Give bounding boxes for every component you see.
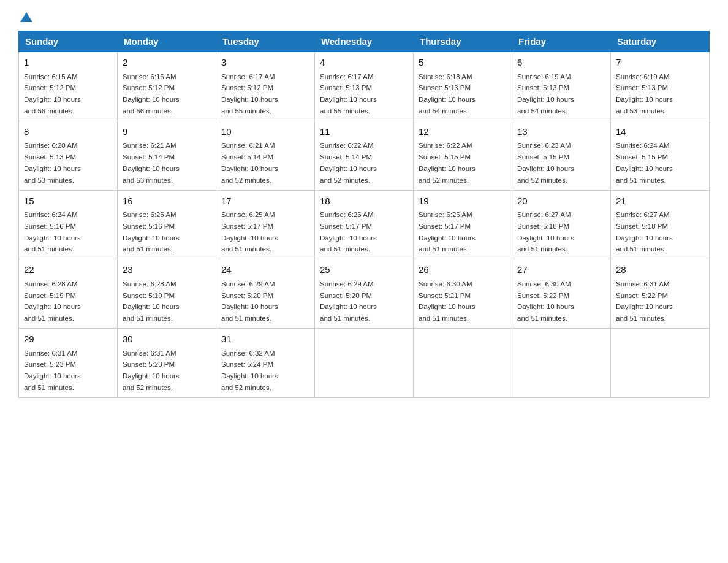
calendar-cell: 12 Sunrise: 6:22 AMSunset: 5:15 PMDaylig… bbox=[414, 121, 512, 190]
day-number: 12 bbox=[419, 125, 507, 139]
day-number: 4 bbox=[320, 56, 408, 70]
weekday-header-tuesday: Tuesday bbox=[216, 31, 315, 52]
calendar-cell bbox=[414, 329, 512, 398]
calendar-cell: 2 Sunrise: 6:16 AMSunset: 5:12 PMDayligh… bbox=[118, 52, 216, 121]
day-info: Sunrise: 6:23 AMSunset: 5:15 PMDaylight:… bbox=[517, 142, 574, 183]
day-number: 27 bbox=[517, 263, 605, 277]
day-info: Sunrise: 6:16 AMSunset: 5:12 PMDaylight:… bbox=[123, 73, 180, 115]
calendar-cell bbox=[611, 329, 710, 398]
day-info: Sunrise: 6:22 AMSunset: 5:14 PMDaylight:… bbox=[320, 142, 377, 183]
calendar-cell: 1 Sunrise: 6:15 AMSunset: 5:12 PMDayligh… bbox=[19, 52, 118, 121]
day-info: Sunrise: 6:18 AMSunset: 5:13 PMDaylight:… bbox=[419, 73, 476, 115]
calendar-cell bbox=[512, 329, 611, 398]
day-number: 5 bbox=[419, 56, 507, 70]
calendar-cell: 21 Sunrise: 6:27 AMSunset: 5:18 PMDaylig… bbox=[611, 190, 710, 259]
svg-marker-0 bbox=[20, 12, 32, 22]
calendar-cell: 15 Sunrise: 6:24 AMSunset: 5:16 PMDaylig… bbox=[19, 190, 118, 259]
day-number: 9 bbox=[123, 125, 211, 139]
day-number: 24 bbox=[221, 263, 309, 277]
day-number: 1 bbox=[24, 56, 112, 70]
calendar-week-row: 1 Sunrise: 6:15 AMSunset: 5:12 PMDayligh… bbox=[19, 52, 710, 121]
calendar-cell: 30 Sunrise: 6:31 AMSunset: 5:23 PMDaylig… bbox=[118, 329, 216, 398]
calendar-week-row: 29 Sunrise: 6:31 AMSunset: 5:23 PMDaylig… bbox=[19, 329, 710, 398]
day-info: Sunrise: 6:31 AMSunset: 5:22 PMDaylight:… bbox=[616, 280, 673, 322]
day-info: Sunrise: 6:28 AMSunset: 5:19 PMDaylight:… bbox=[24, 280, 81, 322]
calendar-cell: 20 Sunrise: 6:27 AMSunset: 5:18 PMDaylig… bbox=[512, 190, 611, 259]
weekday-header-friday: Friday bbox=[512, 31, 611, 52]
day-info: Sunrise: 6:17 AMSunset: 5:13 PMDaylight:… bbox=[320, 73, 377, 115]
calendar-cell: 9 Sunrise: 6:21 AMSunset: 5:14 PMDayligh… bbox=[118, 121, 216, 190]
calendar-cell: 7 Sunrise: 6:19 AMSunset: 5:13 PMDayligh… bbox=[611, 52, 710, 121]
day-number: 26 bbox=[419, 263, 507, 277]
day-info: Sunrise: 6:31 AMSunset: 5:23 PMDaylight:… bbox=[24, 350, 81, 391]
calendar-cell: 29 Sunrise: 6:31 AMSunset: 5:23 PMDaylig… bbox=[19, 329, 118, 398]
calendar-cell: 6 Sunrise: 6:19 AMSunset: 5:13 PMDayligh… bbox=[512, 52, 611, 121]
calendar-cell bbox=[315, 329, 414, 398]
calendar-cell: 13 Sunrise: 6:23 AMSunset: 5:15 PMDaylig… bbox=[512, 121, 611, 190]
calendar-week-row: 8 Sunrise: 6:20 AMSunset: 5:13 PMDayligh… bbox=[19, 121, 710, 190]
calendar-week-row: 15 Sunrise: 6:24 AMSunset: 5:16 PMDaylig… bbox=[19, 190, 710, 259]
calendar-week-row: 22 Sunrise: 6:28 AMSunset: 5:19 PMDaylig… bbox=[19, 259, 710, 329]
day-info: Sunrise: 6:31 AMSunset: 5:23 PMDaylight:… bbox=[123, 350, 180, 391]
day-number: 31 bbox=[221, 332, 309, 347]
day-info: Sunrise: 6:15 AMSunset: 5:12 PMDaylight:… bbox=[24, 73, 81, 115]
weekday-header-sunday: Sunday bbox=[19, 31, 118, 52]
calendar-cell: 23 Sunrise: 6:28 AMSunset: 5:19 PMDaylig… bbox=[118, 259, 216, 329]
day-info: Sunrise: 6:19 AMSunset: 5:13 PMDaylight:… bbox=[616, 73, 673, 115]
day-number: 17 bbox=[221, 194, 309, 209]
day-info: Sunrise: 6:25 AMSunset: 5:17 PMDaylight:… bbox=[221, 211, 278, 253]
day-number: 11 bbox=[320, 125, 408, 139]
day-number: 28 bbox=[616, 263, 704, 277]
calendar-cell: 4 Sunrise: 6:17 AMSunset: 5:13 PMDayligh… bbox=[315, 52, 414, 121]
logo bbox=[18, 12, 33, 25]
day-info: Sunrise: 6:32 AMSunset: 5:24 PMDaylight:… bbox=[221, 350, 278, 391]
day-info: Sunrise: 6:28 AMSunset: 5:19 PMDaylight:… bbox=[123, 280, 180, 322]
day-info: Sunrise: 6:24 AMSunset: 5:15 PMDaylight:… bbox=[616, 142, 673, 183]
day-number: 14 bbox=[616, 125, 704, 139]
day-number: 22 bbox=[24, 263, 112, 277]
day-number: 13 bbox=[517, 125, 605, 139]
calendar-cell: 31 Sunrise: 6:32 AMSunset: 5:24 PMDaylig… bbox=[216, 329, 315, 398]
day-number: 25 bbox=[320, 263, 408, 277]
calendar-cell: 5 Sunrise: 6:18 AMSunset: 5:13 PMDayligh… bbox=[414, 52, 512, 121]
calendar-cell: 19 Sunrise: 6:26 AMSunset: 5:17 PMDaylig… bbox=[414, 190, 512, 259]
weekday-header-monday: Monday bbox=[118, 31, 216, 52]
calendar-cell: 11 Sunrise: 6:22 AMSunset: 5:14 PMDaylig… bbox=[315, 121, 414, 190]
day-number: 6 bbox=[517, 56, 605, 70]
day-number: 23 bbox=[123, 263, 211, 277]
day-info: Sunrise: 6:20 AMSunset: 5:13 PMDaylight:… bbox=[24, 142, 81, 183]
calendar-cell: 25 Sunrise: 6:29 AMSunset: 5:20 PMDaylig… bbox=[315, 259, 414, 329]
calendar-cell: 16 Sunrise: 6:25 AMSunset: 5:16 PMDaylig… bbox=[118, 190, 216, 259]
calendar-cell: 18 Sunrise: 6:26 AMSunset: 5:17 PMDaylig… bbox=[315, 190, 414, 259]
calendar-cell: 27 Sunrise: 6:30 AMSunset: 5:22 PMDaylig… bbox=[512, 259, 611, 329]
day-info: Sunrise: 6:29 AMSunset: 5:20 PMDaylight:… bbox=[221, 280, 278, 322]
weekday-header-wednesday: Wednesday bbox=[315, 31, 414, 52]
calendar-cell: 14 Sunrise: 6:24 AMSunset: 5:15 PMDaylig… bbox=[611, 121, 710, 190]
day-info: Sunrise: 6:21 AMSunset: 5:14 PMDaylight:… bbox=[123, 142, 180, 183]
calendar-table: SundayMondayTuesdayWednesdayThursdayFrid… bbox=[18, 31, 710, 398]
day-info: Sunrise: 6:30 AMSunset: 5:21 PMDaylight:… bbox=[419, 280, 476, 322]
weekday-header-thursday: Thursday bbox=[414, 31, 512, 52]
day-number: 16 bbox=[123, 194, 211, 209]
day-number: 20 bbox=[517, 194, 605, 209]
day-number: 2 bbox=[123, 56, 211, 70]
weekday-header-saturday: Saturday bbox=[611, 31, 710, 52]
day-info: Sunrise: 6:17 AMSunset: 5:12 PMDaylight:… bbox=[221, 73, 278, 115]
day-number: 30 bbox=[123, 332, 211, 347]
day-info: Sunrise: 6:26 AMSunset: 5:17 PMDaylight:… bbox=[320, 211, 377, 253]
calendar-cell: 10 Sunrise: 6:21 AMSunset: 5:14 PMDaylig… bbox=[216, 121, 315, 190]
day-info: Sunrise: 6:24 AMSunset: 5:16 PMDaylight:… bbox=[24, 211, 81, 253]
day-info: Sunrise: 6:30 AMSunset: 5:22 PMDaylight:… bbox=[517, 280, 574, 322]
day-info: Sunrise: 6:21 AMSunset: 5:14 PMDaylight:… bbox=[221, 142, 278, 183]
day-number: 8 bbox=[24, 125, 112, 139]
calendar-cell: 8 Sunrise: 6:20 AMSunset: 5:13 PMDayligh… bbox=[19, 121, 118, 190]
day-info: Sunrise: 6:25 AMSunset: 5:16 PMDaylight:… bbox=[123, 211, 180, 253]
day-info: Sunrise: 6:27 AMSunset: 5:18 PMDaylight:… bbox=[517, 211, 574, 253]
day-number: 21 bbox=[616, 194, 704, 209]
page-header bbox=[18, 12, 710, 25]
logo-icon bbox=[20, 11, 33, 25]
calendar-cell: 3 Sunrise: 6:17 AMSunset: 5:12 PMDayligh… bbox=[216, 52, 315, 121]
calendar-cell: 28 Sunrise: 6:31 AMSunset: 5:22 PMDaylig… bbox=[611, 259, 710, 329]
calendar-cell: 26 Sunrise: 6:30 AMSunset: 5:21 PMDaylig… bbox=[414, 259, 512, 329]
day-info: Sunrise: 6:29 AMSunset: 5:20 PMDaylight:… bbox=[320, 280, 377, 322]
